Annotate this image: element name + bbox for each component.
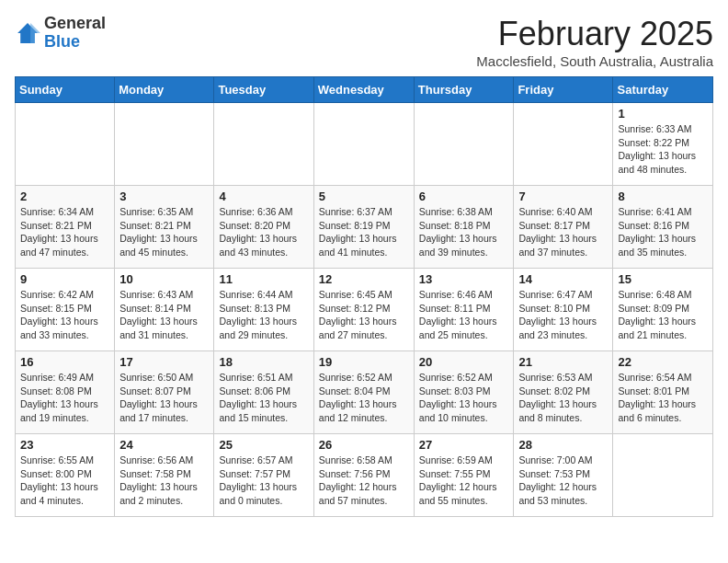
day-number: 24 xyxy=(119,438,209,452)
day-info: Sunrise: 6:45 AM Sunset: 8:12 PM Dayligh… xyxy=(319,288,409,342)
day-cell: 2Sunrise: 6:34 AM Sunset: 8:21 PM Daylig… xyxy=(16,186,115,269)
day-cell: 3Sunrise: 6:35 AM Sunset: 8:21 PM Daylig… xyxy=(115,186,214,269)
day-number: 16 xyxy=(20,355,109,369)
day-info: Sunrise: 6:34 AM Sunset: 8:21 PM Dayligh… xyxy=(20,205,109,259)
week-row-1: 2Sunrise: 6:34 AM Sunset: 8:21 PM Daylig… xyxy=(16,186,713,269)
day-number: 23 xyxy=(20,438,109,452)
day-info: Sunrise: 6:52 AM Sunset: 8:04 PM Dayligh… xyxy=(319,371,409,425)
day-cell: 5Sunrise: 6:37 AM Sunset: 8:19 PM Daylig… xyxy=(313,186,414,269)
day-cell: 28Sunrise: 7:00 AM Sunset: 7:53 PM Dayli… xyxy=(514,434,613,517)
page-header: General Blue February 2025 Macclesfield,… xyxy=(15,15,713,69)
day-cell: 14Sunrise: 6:47 AM Sunset: 8:10 PM Dayli… xyxy=(514,269,613,351)
weekday-header-wednesday: Wednesday xyxy=(313,77,414,103)
weekday-header-sunday: Sunday xyxy=(16,77,115,103)
day-cell: 20Sunrise: 6:52 AM Sunset: 8:03 PM Dayli… xyxy=(414,351,514,434)
calendar-table: SundayMondayTuesdayWednesdayThursdayFrid… xyxy=(15,76,713,517)
day-info: Sunrise: 6:54 AM Sunset: 8:01 PM Dayligh… xyxy=(618,371,708,425)
day-cell: 9Sunrise: 6:42 AM Sunset: 8:15 PM Daylig… xyxy=(16,269,115,351)
day-cell xyxy=(115,103,214,186)
day-info: Sunrise: 6:51 AM Sunset: 8:06 PM Dayligh… xyxy=(219,371,308,425)
day-number: 21 xyxy=(518,355,608,369)
day-cell: 21Sunrise: 6:53 AM Sunset: 8:02 PM Dayli… xyxy=(514,351,613,434)
day-info: Sunrise: 6:33 AM Sunset: 8:22 PM Dayligh… xyxy=(618,122,708,177)
weekday-header-tuesday: Tuesday xyxy=(214,77,313,103)
week-row-0: 1Sunrise: 6:33 AM Sunset: 8:22 PM Daylig… xyxy=(16,103,713,186)
day-info: Sunrise: 6:53 AM Sunset: 8:02 PM Dayligh… xyxy=(518,371,608,425)
day-number: 28 xyxy=(518,438,608,452)
day-number: 6 xyxy=(419,190,509,203)
day-info: Sunrise: 6:47 AM Sunset: 8:10 PM Dayligh… xyxy=(518,288,608,342)
day-cell xyxy=(514,103,613,186)
day-cell xyxy=(214,103,313,186)
day-number: 4 xyxy=(219,190,308,203)
week-row-3: 16Sunrise: 6:49 AM Sunset: 8:08 PM Dayli… xyxy=(16,351,713,434)
day-cell: 19Sunrise: 6:52 AM Sunset: 8:04 PM Dayli… xyxy=(313,351,414,434)
day-cell xyxy=(613,434,713,517)
day-info: Sunrise: 6:37 AM Sunset: 8:19 PM Dayligh… xyxy=(319,205,409,259)
day-cell: 23Sunrise: 6:55 AM Sunset: 8:00 PM Dayli… xyxy=(16,434,115,517)
day-cell: 27Sunrise: 6:59 AM Sunset: 7:55 PM Dayli… xyxy=(414,434,514,517)
day-cell: 12Sunrise: 6:45 AM Sunset: 8:12 PM Dayli… xyxy=(313,269,414,351)
day-info: Sunrise: 6:50 AM Sunset: 8:07 PM Dayligh… xyxy=(119,371,209,425)
week-row-4: 23Sunrise: 6:55 AM Sunset: 8:00 PM Dayli… xyxy=(16,434,713,517)
day-number: 2 xyxy=(20,190,109,203)
day-cell: 6Sunrise: 6:38 AM Sunset: 8:18 PM Daylig… xyxy=(414,186,514,269)
day-info: Sunrise: 6:40 AM Sunset: 8:17 PM Dayligh… xyxy=(518,205,608,259)
day-number: 11 xyxy=(219,272,308,286)
day-number: 17 xyxy=(119,355,209,369)
day-cell: 7Sunrise: 6:40 AM Sunset: 8:17 PM Daylig… xyxy=(514,186,613,269)
day-cell xyxy=(313,103,414,186)
day-cell: 13Sunrise: 6:46 AM Sunset: 8:11 PM Dayli… xyxy=(414,269,514,351)
day-info: Sunrise: 6:59 AM Sunset: 7:55 PM Dayligh… xyxy=(419,454,509,508)
weekday-header-saturday: Saturday xyxy=(613,77,713,103)
day-cell: 22Sunrise: 6:54 AM Sunset: 8:01 PM Dayli… xyxy=(613,351,713,434)
day-cell: 4Sunrise: 6:36 AM Sunset: 8:20 PM Daylig… xyxy=(214,186,313,269)
logo: General Blue xyxy=(15,15,106,52)
day-number: 19 xyxy=(319,355,409,369)
day-number: 1 xyxy=(618,107,708,121)
svg-marker-1 xyxy=(30,23,40,43)
day-cell: 8Sunrise: 6:41 AM Sunset: 8:16 PM Daylig… xyxy=(613,186,713,269)
weekday-header-friday: Friday xyxy=(514,77,613,103)
day-info: Sunrise: 6:36 AM Sunset: 8:20 PM Dayligh… xyxy=(219,205,308,259)
day-cell: 11Sunrise: 6:44 AM Sunset: 8:13 PM Dayli… xyxy=(214,269,313,351)
day-number: 10 xyxy=(119,272,209,286)
day-info: Sunrise: 6:46 AM Sunset: 8:11 PM Dayligh… xyxy=(419,288,509,342)
day-info: Sunrise: 6:38 AM Sunset: 8:18 PM Dayligh… xyxy=(419,205,509,259)
day-info: Sunrise: 6:44 AM Sunset: 8:13 PM Dayligh… xyxy=(219,288,308,342)
day-cell: 1Sunrise: 6:33 AM Sunset: 8:22 PM Daylig… xyxy=(613,103,713,186)
calendar-title: February 2025 xyxy=(476,15,713,53)
day-info: Sunrise: 7:00 AM Sunset: 7:53 PM Dayligh… xyxy=(518,454,608,508)
day-number: 5 xyxy=(319,190,409,203)
title-block: February 2025 Macclesfield, South Austra… xyxy=(476,15,713,69)
day-info: Sunrise: 6:52 AM Sunset: 8:03 PM Dayligh… xyxy=(419,371,509,425)
day-cell: 18Sunrise: 6:51 AM Sunset: 8:06 PM Dayli… xyxy=(214,351,313,434)
day-cell: 16Sunrise: 6:49 AM Sunset: 8:08 PM Dayli… xyxy=(16,351,115,434)
day-number: 22 xyxy=(618,355,708,369)
day-number: 25 xyxy=(219,438,308,452)
day-number: 26 xyxy=(319,438,409,452)
day-info: Sunrise: 6:48 AM Sunset: 8:09 PM Dayligh… xyxy=(618,288,708,342)
week-row-2: 9Sunrise: 6:42 AM Sunset: 8:15 PM Daylig… xyxy=(16,269,713,351)
day-cell: 26Sunrise: 6:58 AM Sunset: 7:56 PM Dayli… xyxy=(313,434,414,517)
day-number: 8 xyxy=(618,190,708,203)
day-info: Sunrise: 6:42 AM Sunset: 8:15 PM Dayligh… xyxy=(20,288,109,342)
logo-icon xyxy=(15,20,40,46)
weekday-header-thursday: Thursday xyxy=(414,77,514,103)
day-cell: 25Sunrise: 6:57 AM Sunset: 7:57 PM Dayli… xyxy=(214,434,313,517)
day-cell: 10Sunrise: 6:43 AM Sunset: 8:14 PM Dayli… xyxy=(115,269,214,351)
day-cell: 24Sunrise: 6:56 AM Sunset: 7:58 PM Dayli… xyxy=(115,434,214,517)
day-number: 20 xyxy=(419,355,509,369)
day-cell xyxy=(16,103,115,186)
day-cell: 17Sunrise: 6:50 AM Sunset: 8:07 PM Dayli… xyxy=(115,351,214,434)
day-info: Sunrise: 6:49 AM Sunset: 8:08 PM Dayligh… xyxy=(20,371,109,425)
weekday-header-row: SundayMondayTuesdayWednesdayThursdayFrid… xyxy=(16,77,713,103)
day-number: 15 xyxy=(618,272,708,286)
day-info: Sunrise: 6:41 AM Sunset: 8:16 PM Dayligh… xyxy=(618,205,708,259)
logo-blue-text: Blue xyxy=(44,32,80,51)
day-number: 9 xyxy=(20,272,109,286)
day-number: 13 xyxy=(419,272,509,286)
day-number: 27 xyxy=(419,438,509,452)
weekday-header-monday: Monday xyxy=(115,77,214,103)
day-info: Sunrise: 6:43 AM Sunset: 8:14 PM Dayligh… xyxy=(119,288,209,342)
